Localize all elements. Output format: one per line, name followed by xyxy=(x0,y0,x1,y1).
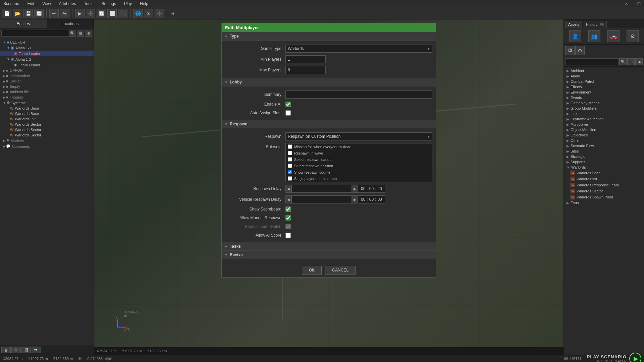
ok-button[interactable]: OK xyxy=(302,266,322,275)
vehicle-delay-dec-btn[interactable]: ◀ xyxy=(285,195,291,203)
plus-btn[interactable]: ➕ xyxy=(155,9,164,18)
tab-assets[interactable]: Assets xyxy=(565,21,582,28)
asset-objectives[interactable]: ▶ Objectives xyxy=(564,132,644,138)
game-type-select[interactable]: Warlords xyxy=(285,45,432,53)
section-tasks-header[interactable]: ▼ Tasks xyxy=(222,242,436,251)
rule-item-4[interactable]: Show respawn counter xyxy=(286,169,432,175)
asset-sites[interactable]: ▶ Sites xyxy=(564,148,644,154)
tab-entities[interactable]: Entities xyxy=(0,19,47,28)
left-camera-btn[interactable]: 📷 xyxy=(32,347,41,353)
right-filter-btn[interactable]: ⊟ xyxy=(627,58,635,65)
menu-settings[interactable]: Settings xyxy=(100,1,117,7)
left-collapse-btn[interactable]: ◀ xyxy=(170,7,175,19)
asset-environment[interactable]: ▶ Environment xyxy=(564,89,644,95)
tree-item-tl1[interactable]: ▷ ◉ Team Leader xyxy=(0,51,94,56)
asset-zeus[interactable]: ▶ Zeus xyxy=(564,200,644,205)
respawn-delay-inc-btn[interactable]: ▶ xyxy=(352,185,358,193)
tree-item-alpha12[interactable]: ▼ ▣ Alpha 1-2 xyxy=(0,56,94,62)
asset-audio[interactable]: ▶ Audio xyxy=(564,73,644,79)
left-filter-btn[interactable]: ⊟ xyxy=(77,30,84,37)
respawn-delay-dec-btn[interactable]: ◀ xyxy=(285,185,291,193)
rp-group-icon[interactable]: 👥 xyxy=(588,30,600,42)
rp-monitor-icon[interactable]: 🖥 xyxy=(565,46,575,55)
rulesets-list[interactable]: Mission fail when everyone is dead Respa… xyxy=(285,143,432,182)
min-players-input[interactable] xyxy=(285,55,326,63)
rule-check-2[interactable] xyxy=(288,157,292,162)
asset-keyframe[interactable]: ▶ Keyframe Animation xyxy=(564,116,644,122)
window-close-icon[interactable]: ✕ xyxy=(624,1,629,7)
left-search-input[interactable] xyxy=(1,30,68,37)
tree-item-triggers[interactable]: ▶ ■ Triggers xyxy=(0,95,94,100)
rule-item-0[interactable]: Mission fail when everyone is dead xyxy=(286,143,432,150)
right-search-input[interactable] xyxy=(565,58,619,65)
asset-warlords-base[interactable]: W Warlords Base xyxy=(569,170,644,176)
section-type-header[interactable]: ▼ Type xyxy=(222,32,436,41)
asset-ambient[interactable]: ▶ Ambient xyxy=(564,68,644,73)
tree-item-warlords-base-2[interactable]: ▷ W Warlords Base xyxy=(0,111,94,116)
left-add-btn[interactable]: ⊕ xyxy=(85,30,92,37)
asset-gameplay-modes[interactable]: ▶ Gameplay Modes xyxy=(564,100,644,106)
menu-play[interactable]: Play xyxy=(123,1,133,7)
refresh-btn[interactable]: 🔄 xyxy=(34,9,44,18)
tree-item-empty[interactable]: ▶ ■ Empty xyxy=(0,84,94,89)
tree-item-markers[interactable]: ▶ ⚑ Markers xyxy=(0,138,94,143)
tree-item-blufor[interactable]: ▼ ■ BLUFOR xyxy=(0,40,94,45)
menu-help[interactable]: Help xyxy=(139,1,150,7)
asset-scenario-flow[interactable]: ▶ Scenario Flow xyxy=(564,143,644,148)
tree-item-warlords-sector-1[interactable]: ▷ W Warlords Sector xyxy=(0,122,94,127)
tree-item-civilian[interactable]: ▶ ■ Civilian xyxy=(0,78,94,84)
play-btn[interactable]: ▶ xyxy=(75,9,85,18)
tree-item-warlords-base-1[interactable]: ▷ W Warlords Base xyxy=(0,106,94,111)
allow-manual-checkbox[interactable] xyxy=(285,215,291,221)
max-players-input[interactable] xyxy=(285,66,326,74)
asset-warlords-spawn[interactable]: W Warlords Spawn Point xyxy=(569,194,644,200)
asset-multiplayer[interactable]: ▶ Multiplayer xyxy=(564,122,644,127)
rule-item-1[interactable]: Respawn in wave xyxy=(286,150,432,156)
left-delete-btn[interactable]: 🗑 xyxy=(1,347,11,353)
tree-item-opfor[interactable]: ▶ ■ OPFOR xyxy=(0,68,94,73)
vehicle-delay-field[interactable] xyxy=(291,195,352,203)
tab-locations[interactable]: Locations xyxy=(47,19,94,28)
rp-soldier-icon[interactable]: 👤 xyxy=(569,30,581,42)
vehicle-delay-inc-btn[interactable]: ▶ xyxy=(352,195,358,203)
map-area[interactable]: X Y X2934.27 m 176 X2934.27 m Y1907.73 m… xyxy=(94,19,564,355)
rotate-btn[interactable]: 🔃 xyxy=(97,9,106,18)
asset-combat-patrol[interactable]: ▶ Combat Patrol xyxy=(564,79,644,84)
enable-ai-checkbox[interactable] xyxy=(285,102,291,107)
redo-btn[interactable]: ↪ xyxy=(60,9,69,18)
dialog-body[interactable]: ▼ Type Game Type Warlords ▼ xyxy=(222,32,436,263)
add-btn[interactable]: ➕ xyxy=(86,9,95,18)
tree-item-ambient-life[interactable]: ▶ ■ Ambient life xyxy=(0,89,94,95)
tree-item-comments[interactable]: ▶ 💬 Comments xyxy=(0,143,94,149)
globe-btn[interactable]: 🌐 xyxy=(133,9,143,18)
menu-view[interactable]: View xyxy=(41,1,52,7)
tree-item-systems[interactable]: ▼ ⚙ Systems xyxy=(0,100,94,106)
right-search-btn[interactable]: 🔍 xyxy=(619,58,627,65)
select-btn[interactable]: ⬜ xyxy=(107,9,117,18)
rule-item-2[interactable]: Select respawn loadout xyxy=(286,156,432,163)
rp-gear-icon[interactable]: ⚙ xyxy=(575,46,585,55)
enable-team-checkbox[interactable] xyxy=(285,224,291,229)
menu-attributes[interactable]: Attributes xyxy=(58,1,77,7)
rect-btn[interactable]: ⬛ xyxy=(118,9,127,18)
respawn-delay-field[interactable] xyxy=(291,185,352,193)
asset-intel[interactable]: ▶ Intel xyxy=(564,111,644,116)
left-search-btn[interactable]: 🔍 xyxy=(69,30,76,37)
tree-item-warlords-sector-3[interactable]: ▷ W Warlords Sector xyxy=(0,132,94,138)
rule-check-4[interactable] xyxy=(288,170,292,174)
rp-vehicle-icon[interactable]: 🚗 xyxy=(607,30,620,42)
rule-check-3[interactable] xyxy=(288,164,292,168)
menu-tools[interactable]: Tools xyxy=(83,1,95,7)
allow-ai-score-checkbox[interactable] xyxy=(285,233,291,238)
section-revive-header[interactable]: ▼ Revive xyxy=(222,251,436,259)
open-btn[interactable]: 📂 xyxy=(13,9,22,18)
rule-item-5[interactable]: Singleplayer death screen xyxy=(286,175,432,182)
tree-item-independent[interactable]: ▶ ■ Independent xyxy=(0,73,94,78)
tree-item-tl2[interactable]: ▷ ◉ Team Leader xyxy=(0,62,94,68)
rule-item-3[interactable]: Select respawn position xyxy=(286,163,432,169)
rp-settings-icon[interactable]: ⚙ xyxy=(627,30,639,42)
left-add2-btn[interactable]: ➕ xyxy=(11,347,21,353)
rule-check-0[interactable] xyxy=(288,144,292,149)
asset-warlords-sector[interactable]: W Warlords Sector xyxy=(569,188,644,194)
tab-history[interactable]: History F5 xyxy=(583,21,607,28)
